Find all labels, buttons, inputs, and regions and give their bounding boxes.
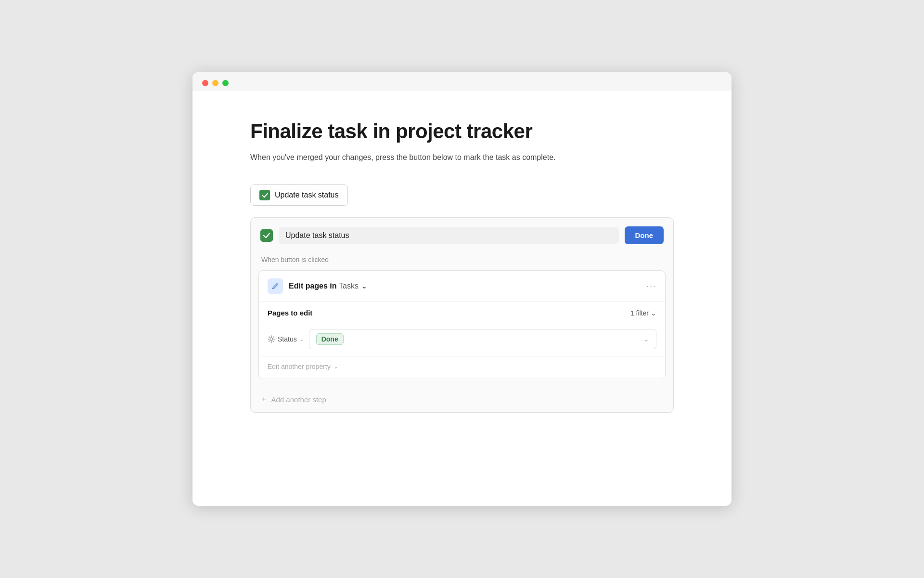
- card-header: Done: [251, 218, 673, 253]
- svg-point-0: [270, 338, 273, 341]
- add-step-label: Add another step: [271, 395, 326, 404]
- filter-count-label: 1 filter: [630, 309, 649, 317]
- close-button[interactable]: [202, 80, 208, 86]
- status-sun-icon: [268, 335, 275, 343]
- edit-another-row: Edit another property ⌄: [259, 356, 665, 379]
- svg-line-6: [273, 341, 274, 342]
- svg-line-7: [273, 337, 274, 337]
- action-card: Done When button is clicked Edit pages i…: [250, 217, 674, 413]
- pages-to-edit-row: Pages to edit 1 filter ⌄: [259, 302, 665, 324]
- svg-line-8: [269, 341, 270, 342]
- minimize-button[interactable]: [212, 80, 218, 86]
- add-step-row[interactable]: + Add another step: [251, 387, 673, 412]
- status-selector[interactable]: Status ⌄: [268, 335, 304, 343]
- card-checkbox-icon: [260, 229, 273, 242]
- when-label: When button is clicked: [251, 253, 673, 270]
- step-card: Edit pages in Tasks ⌄ ··· Pages to edit …: [258, 270, 666, 379]
- page-content: Finalize task in project tracker When yo…: [192, 91, 732, 442]
- edit-icon-box: [268, 278, 283, 294]
- svg-line-5: [269, 337, 270, 337]
- done-button[interactable]: Done: [625, 226, 664, 244]
- step-header: Edit pages in Tasks ⌄ ···: [259, 271, 665, 302]
- step-title: Edit pages in Tasks ⌄: [289, 282, 641, 290]
- maximize-button[interactable]: [222, 80, 229, 86]
- status-value-selector[interactable]: Done ⌄: [309, 329, 656, 349]
- more-options-button[interactable]: ···: [646, 281, 656, 291]
- filter-button[interactable]: 1 filter ⌄: [630, 309, 656, 317]
- pages-to-edit-label: Pages to edit: [268, 309, 312, 317]
- edit-another-label: Edit another property: [268, 363, 331, 370]
- done-badge: Done: [316, 333, 344, 345]
- database-chevron-icon[interactable]: ⌄: [361, 283, 367, 290]
- status-row: Status ⌄ Done ⌄: [259, 324, 665, 356]
- trigger-button-label: Update task status: [275, 191, 339, 199]
- page-title: Finalize task in project tracker: [250, 120, 674, 143]
- plus-icon: +: [261, 394, 267, 405]
- card-title-input[interactable]: [279, 227, 619, 244]
- filter-chevron-icon: ⌄: [651, 309, 656, 317]
- status-select-chevron-icon: ⌄: [643, 335, 649, 343]
- trigger-button[interactable]: Update task status: [250, 184, 348, 206]
- step-edit-prefix: Edit pages in: [289, 282, 337, 290]
- titlebar: [192, 72, 732, 91]
- page-description: When you've merged your changes, press t…: [250, 152, 674, 163]
- trigger-checkbox-icon: [259, 190, 270, 200]
- edit-another-chevron-icon: ⌄: [334, 363, 338, 370]
- app-window: Finalize task in project tracker When yo…: [192, 72, 732, 506]
- status-label: Status: [278, 335, 297, 343]
- pencil-icon: [271, 282, 279, 290]
- status-chevron-icon: ⌄: [299, 336, 304, 342]
- edit-another-button[interactable]: Edit another property ⌄: [268, 363, 338, 370]
- step-database: Tasks: [339, 282, 359, 290]
